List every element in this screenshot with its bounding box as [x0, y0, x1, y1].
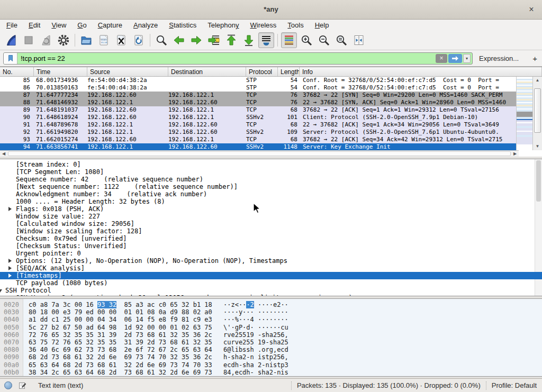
packet-row-90[interactable]: 9071.648618924192.168.122.60192.168.122.…: [0, 114, 516, 121]
hex-ascii[interactable]: ···%···4 ········: [223, 316, 288, 323]
add-filter-button[interactable]: +: [529, 54, 540, 63]
column-header-time[interactable]: Time: [34, 67, 87, 76]
packet-row-89[interactable]: 8971.648191037192.168.122.60192.168.122.…: [0, 106, 516, 114]
hex-ascii[interactable]: \'·gP·d· ······cu: [223, 324, 288, 331]
colorize-button[interactable]: [281, 32, 297, 48]
packet-row-85[interactable]: 8568.001734936fe:54:00:d4:38:2aSTP54Conf…: [0, 77, 516, 84]
detail-line[interactable]: [TCP Segment Len: 1080]: [0, 168, 542, 176]
expand-icon[interactable]: [8, 274, 12, 278]
hex-bytes[interactable]: 68 2d 73 68 61 32 2d 6e 69 73 74 70 32 3…: [29, 353, 212, 361]
hex-row-0050[interactable]: 00505c 27 b2 67 50 ad 64 98 1d 92 00 00 …: [0, 324, 542, 331]
packet-row-93[interactable]: 9371.662015274192.168.122.60192.168.122.…: [0, 136, 516, 143]
detail-line[interactable]: Urgent pointer: 0: [0, 250, 542, 257]
vscroll-thumb[interactable]: [534, 88, 541, 132]
detail-line[interactable]: [Calculated window size: 29056]: [0, 220, 542, 227]
detail-line[interactable]: [Stream index: 0]: [0, 161, 542, 168]
detail-line[interactable]: Options: (12 bytes), No-Operation (NOP),…: [0, 257, 542, 265]
capture-options-button[interactable]: [56, 32, 71, 48]
menu-tools[interactable]: Tools: [287, 21, 303, 29]
scroll-right-icon[interactable]: ▶: [511, 151, 519, 157]
column-header-source[interactable]: Source: [87, 67, 168, 76]
detail-line[interactable]: Sequence number: 42 (relative sequence n…: [0, 176, 542, 183]
filter-history-dropdown[interactable]: ▾: [463, 54, 471, 63]
packet-row-91[interactable]: 9171.648789678192.168.122.1192.168.122.6…: [0, 121, 516, 129]
detail-line[interactable]: Flags: 0x018 (PSH, ACK): [0, 205, 542, 213]
detail-line[interactable]: [Next sequence number: 1122 (relative se…: [0, 183, 542, 190]
menu-edit[interactable]: Edit: [29, 21, 40, 29]
hex-bytes[interactable]: 80 18 00 e3 79 ed 00 00 01 01 08 0a d9 8…: [29, 308, 212, 316]
hex-row-0060[interactable]: 006072 76 65 32 35 35 31 39 2d 73 68 61 …: [0, 331, 542, 339]
detail-line[interactable]: 1000 .... = Header Length: 32 bytes (8): [0, 198, 542, 205]
packet-list-minimap[interactable]: [516, 77, 532, 150]
zoom-100-button[interactable]: [333, 32, 349, 48]
hex-ascii[interactable]: ecdh-sha 2-nistp3: [223, 361, 288, 369]
column-header-destination[interactable]: Destination: [168, 67, 246, 76]
close-file-button[interactable]: [113, 32, 129, 48]
go-back-button[interactable]: [171, 32, 187, 48]
hex-ascii[interactable]: 84,ecdh- sha2-nis: [223, 369, 288, 376]
hex-ascii[interactable]: 6@libssh .org,ecd: [223, 346, 288, 353]
detail-line[interactable]: Window size value: 227: [0, 213, 542, 220]
hex-bytes[interactable]: 63 75 72 76 65 32 35 35 31 39 2d 73 68 6…: [29, 339, 212, 346]
detail-line[interactable]: Acknowledgment number: 34 (relative ack …: [0, 190, 542, 198]
hex-ascii[interactable]: ····y··· ········: [223, 308, 288, 316]
menu-help[interactable]: Help: [315, 21, 329, 29]
go-first-button[interactable]: [223, 32, 239, 48]
detail-line[interactable]: [Window size scaling factor: 128]: [0, 227, 542, 235]
menu-file[interactable]: File: [6, 21, 17, 29]
hex-ascii[interactable]: ··z<···2 ····e2··: [223, 301, 288, 308]
expand-icon[interactable]: [8, 296, 12, 296]
hex-row-0040[interactable]: 0040a1 dd c1 25 00 00 04 34 06 14 f5 e8 …: [0, 316, 542, 323]
save-file-button[interactable]: 01010110: [96, 32, 112, 48]
reload-file-button[interactable]: [131, 32, 147, 48]
hex-bytes[interactable]: 65 63 64 68 2d 73 68 61 32 2d 6e 69 73 7…: [29, 361, 212, 369]
filter-clear-button[interactable]: ×: [436, 54, 447, 63]
hex-bytes[interactable]: 36 40 6c 69 62 73 73 68 2e 6f 72 67 2c 6…: [29, 346, 212, 353]
expand-icon[interactable]: [8, 266, 12, 270]
packet-list-hscrollbar[interactable]: ◀ ▶: [0, 150, 519, 157]
column-header-no[interactable]: No.: [0, 67, 34, 76]
menu-capture[interactable]: Capture: [98, 21, 122, 29]
filter-bookmark-button[interactable]: [4, 53, 17, 64]
detail-line[interactable]: Checksum: 0x79ed [unverified]: [0, 235, 542, 242]
menu-analyze[interactable]: Analyze: [133, 21, 158, 29]
expert-info-icon[interactable]: [4, 381, 12, 389]
hex-row-00a0[interactable]: 00a065 63 64 68 2d 73 68 61 32 2d 6e 69 …: [0, 361, 542, 369]
hscroll-thumb[interactable]: [8, 151, 511, 156]
zoom-out-button[interactable]: [316, 32, 332, 48]
hex-bytes[interactable]: c0 a8 7a 3c 00 16 93 32 85 a3 ac c0 65 3…: [29, 301, 212, 308]
go-forward-button[interactable]: [188, 32, 204, 48]
hex-bytes[interactable]: 72 76 65 32 35 35 31 39 2d 73 68 61 32 3…: [29, 331, 212, 339]
menu-wireless[interactable]: Wireless: [250, 21, 277, 29]
hex-bytes[interactable]: 38 34 2c 65 63 64 68 2d 73 68 61 32 2d 6…: [29, 369, 212, 376]
close-window-button[interactable]: ×: [526, 4, 537, 15]
hex-bytes[interactable]: a1 dd c1 25 00 00 04 34 06 14 f5 e8 f9 8…: [29, 316, 212, 323]
hex-row-0020[interactable]: 0020c0 a8 7a 3c 00 16 93 32 85 a3 ac c0 …: [0, 301, 542, 308]
packet-list-vscrollbar[interactable]: ▲ ▼: [532, 77, 542, 150]
menu-telephony[interactable]: Telephony: [207, 21, 239, 29]
open-file-button[interactable]: [78, 32, 94, 48]
packet-row-88[interactable]: 8871.648146932192.168.122.1192.168.122.6…: [0, 99, 516, 106]
go-last-button[interactable]: [241, 32, 257, 48]
scroll-up-icon[interactable]: ▲: [533, 77, 542, 84]
packet-row-86[interactable]: 8670.013850163fe:54:00:d4:38:2aSTP54Conf…: [0, 84, 516, 92]
column-header-length[interactable]: Length: [278, 67, 300, 76]
detail-line[interactable]: [Checksum Status: Unverified]: [0, 242, 542, 250]
menu-go[interactable]: Go: [77, 21, 86, 29]
stop-capture-button[interactable]: [21, 32, 37, 48]
hex-ascii[interactable]: h-sha2-n istp256,: [223, 353, 288, 361]
restart-capture-button[interactable]: [38, 32, 54, 48]
hex-row-0030[interactable]: 003080 18 00 e3 79 ed 00 00 01 01 08 0a …: [0, 308, 542, 316]
hex-ascii[interactable]: rve25519 -sha256,: [223, 331, 288, 339]
column-header-protocol[interactable]: Protocol: [246, 67, 278, 76]
capture-comment-icon[interactable]: [19, 381, 26, 389]
detail-line[interactable]: SSH Version 2 (encryption:chacha20-poly1…: [0, 294, 542, 296]
packet-row-94[interactable]: 9471.663856741192.168.122.1192.168.122.6…: [0, 143, 516, 151]
hex-ascii[interactable]: curve255 19-sha25: [223, 339, 288, 346]
hex-row-00b0[interactable]: 00b038 34 2c 65 63 64 68 2d 73 68 61 32 …: [0, 369, 542, 376]
expand-icon[interactable]: [8, 207, 12, 211]
packet-row-92[interactable]: 9271.661949820192.168.122.1192.168.122.6…: [0, 129, 516, 136]
detail-line[interactable]: [Timestamps]: [0, 272, 542, 279]
menu-statistics[interactable]: Statistics: [169, 21, 196, 29]
zoom-in-button[interactable]: [299, 32, 314, 48]
